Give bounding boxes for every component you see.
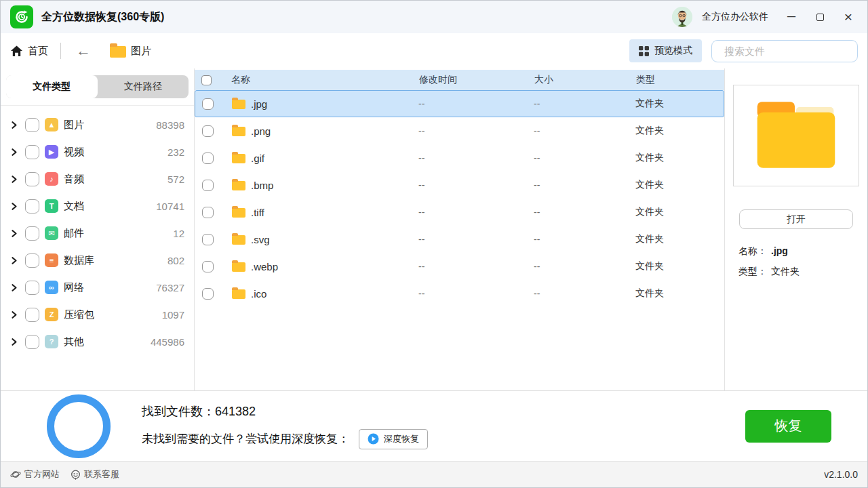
- home-button[interactable]: 首页: [10, 45, 48, 58]
- open-button[interactable]: 打开: [739, 209, 853, 229]
- category-checkbox[interactable]: [25, 308, 39, 322]
- file-modified: --: [418, 180, 534, 190]
- search-input[interactable]: [724, 45, 859, 57]
- category-checkbox[interactable]: [25, 281, 39, 295]
- chevron-right-icon[interactable]: [12, 230, 21, 237]
- row-checkbox[interactable]: [202, 180, 214, 191]
- sidebar-category-item[interactable]: ✉ 邮件 12: [1, 220, 194, 247]
- category-count: 1097: [162, 309, 184, 321]
- folder-icon: [232, 208, 245, 218]
- bottom-bar: 找到文件数：641382 未找到需要的文件？尝试使用深度恢复： 深度恢复 恢复: [1, 390, 867, 461]
- row-checkbox[interactable]: [202, 98, 214, 110]
- preview-name-label: 名称：: [738, 245, 767, 258]
- minimize-button[interactable]: ─: [782, 7, 801, 26]
- recover-button[interactable]: 恢复: [745, 410, 831, 443]
- sidebar-category-item[interactable]: Z 压缩包 1097: [1, 301, 194, 328]
- table-row[interactable]: .gif -- -- 文件夹: [195, 144, 724, 171]
- category-checkbox[interactable]: [25, 172, 39, 186]
- row-checkbox[interactable]: [202, 152, 214, 164]
- chevron-right-icon[interactable]: [12, 338, 21, 346]
- chevron-right-icon[interactable]: [12, 257, 21, 264]
- preview-name-line: 名称： .jpg: [738, 245, 859, 258]
- search-box[interactable]: [711, 40, 858, 62]
- chevron-right-icon[interactable]: [12, 311, 21, 319]
- table-header: 名称 修改时间 大小 类型: [195, 70, 724, 90]
- sidebar-category-item[interactable]: ≡ 数据库 802: [1, 247, 194, 274]
- preview-mode-label: 预览模式: [654, 45, 692, 57]
- maximize-button[interactable]: [810, 7, 829, 26]
- row-checkbox[interactable]: [202, 207, 214, 218]
- table-row[interactable]: .webp -- -- 文件夹: [195, 253, 724, 280]
- tab-file-path[interactable]: 文件路径: [98, 75, 189, 98]
- deep-recovery-button[interactable]: 深度恢复: [359, 429, 428, 449]
- folder-icon: [232, 100, 245, 109]
- category-icon: ?: [45, 335, 58, 348]
- column-modified[interactable]: 修改时间: [419, 74, 534, 86]
- table-row[interactable]: .bmp -- -- 文件夹: [195, 171, 724, 199]
- table-row[interactable]: .png -- -- 文件夹: [195, 117, 724, 144]
- category-icon: ▲: [45, 118, 58, 131]
- category-checkbox[interactable]: [25, 118, 39, 132]
- title-bar: 全方位数据恢复(360专版) 全方位办公软件 ─ ×: [1, 1, 867, 33]
- close-button[interactable]: ×: [839, 7, 858, 26]
- sidebar-category-item[interactable]: ▶ 视频 232: [1, 138, 194, 165]
- category-checkbox[interactable]: [25, 335, 39, 349]
- select-all-checkbox[interactable]: [201, 75, 212, 85]
- tab-file-type[interactable]: 文件类型: [6, 75, 98, 98]
- folder-icon: [232, 154, 245, 163]
- chevron-right-icon[interactable]: [12, 121, 21, 129]
- sidebar-category-item[interactable]: T 文档 10741: [1, 192, 194, 220]
- file-modified: --: [418, 98, 534, 109]
- table-row[interactable]: .jpg -- -- 文件夹: [195, 90, 724, 117]
- file-type: 文件夹: [635, 152, 724, 164]
- chevron-right-icon[interactable]: [12, 284, 21, 291]
- table-row[interactable]: .svg -- -- 文件夹: [195, 226, 724, 253]
- row-checkbox[interactable]: [202, 125, 214, 137]
- contact-support-link[interactable]: 联系客服: [71, 468, 119, 481]
- sidebar-category-item[interactable]: ▲ 图片 88398: [1, 111, 194, 138]
- folder-icon: [232, 127, 245, 136]
- preview-type-line: 类型： 文件夹: [738, 266, 859, 278]
- file-size: --: [534, 125, 635, 136]
- sidebar-category-item[interactable]: ♪ 音频 572: [1, 165, 194, 192]
- sidebar-category-item[interactable]: ∞ 网络 76327: [1, 274, 194, 301]
- category-checkbox[interactable]: [25, 226, 39, 241]
- maximize-icon: [816, 14, 824, 21]
- category-checkbox[interactable]: [25, 199, 39, 214]
- column-name[interactable]: 名称: [226, 74, 419, 86]
- support-smiley-icon: [71, 470, 81, 480]
- user-avatar[interactable]: [672, 7, 692, 27]
- row-checkbox[interactable]: [202, 261, 214, 272]
- row-checkbox[interactable]: [202, 288, 214, 300]
- category-label: 图片: [64, 119, 84, 131]
- table-row[interactable]: .tiff -- -- 文件夹: [195, 199, 724, 226]
- file-size: --: [534, 261, 635, 272]
- back-button[interactable]: ←: [76, 42, 91, 60]
- category-label: 压缩包: [64, 308, 94, 321]
- file-modified: --: [418, 288, 534, 299]
- progress-ring: [47, 394, 111, 458]
- folder-icon: [232, 262, 245, 272]
- toolbar-divider: [60, 43, 61, 59]
- sidebar-category-item[interactable]: ? 其他 445986: [1, 328, 194, 355]
- table-row[interactable]: .ico -- -- 文件夹: [195, 280, 724, 307]
- category-count: 802: [167, 255, 184, 266]
- chevron-right-icon[interactable]: [12, 148, 21, 156]
- chevron-right-icon[interactable]: [12, 203, 21, 210]
- home-icon: [10, 45, 23, 57]
- file-modified: --: [418, 125, 534, 136]
- file-size: --: [534, 180, 635, 190]
- file-name: .gif: [251, 152, 264, 164]
- column-type[interactable]: 类型: [636, 74, 724, 86]
- category-checkbox[interactable]: [25, 253, 39, 268]
- category-tree: ▲ 图片 88398 ▶ 视频 232 ♪: [1, 105, 194, 355]
- category-icon: Z: [45, 308, 58, 321]
- category-count: 445986: [151, 336, 184, 348]
- category-checkbox[interactable]: [25, 145, 39, 159]
- preview-mode-button[interactable]: 预览模式: [629, 39, 702, 62]
- row-checkbox[interactable]: [202, 234, 214, 245]
- column-size[interactable]: 大小: [534, 74, 636, 86]
- chevron-right-icon[interactable]: [12, 176, 21, 183]
- official-website-link[interactable]: 官方网站: [10, 468, 60, 481]
- file-table: 名称 修改时间 大小 类型 .jpg -- -- 文件夹: [195, 68, 724, 390]
